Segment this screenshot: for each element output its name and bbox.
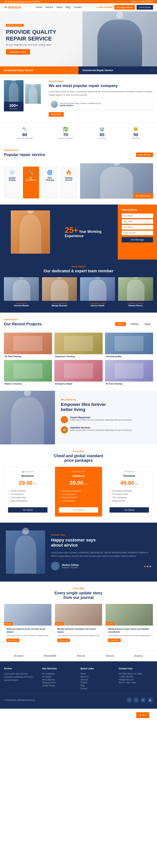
footer-link-services[interactable]: Services: [81, 678, 115, 681]
testimonial-author-role: Regular Customer: [62, 566, 79, 568]
footer-link-heating[interactable]: Heating Service: [42, 681, 76, 684]
experience-years: 25+: [65, 226, 78, 235]
team-name-4: Davion Pierce: [118, 304, 153, 307]
popular-services-content: ❄️ Quality Testing 🔧 AC Installation 🌀 D…: [4, 163, 153, 198]
footer-link-about[interactable]: About Us: [81, 675, 115, 678]
pricing-tag: Pricing Plan: [4, 450, 153, 453]
form-name-input[interactable]: [122, 214, 153, 218]
nav-blog[interactable]: Blog: [66, 6, 70, 9]
testimonial-author-info: Marken Gillhpe Regular Customer: [62, 564, 79, 568]
service-card-duct[interactable]: 🌀 Duct Cleaning: [41, 166, 58, 198]
feature-p3: 24/7 emergency: [109, 496, 149, 499]
tab-commercial[interactable]: Commercial Repair Service →: [78, 66, 157, 74]
nav-home[interactable]: Home: [36, 6, 42, 9]
logo: ✦ Airvice: [4, 5, 21, 10]
plan-btn-business[interactable]: Get Started: [8, 507, 48, 513]
more-services-button[interactable]: More Service: [136, 152, 153, 157]
tab-residential[interactable]: Residential Repair Service →: [0, 66, 78, 74]
plan-amount-premium: 49.00: [120, 480, 134, 486]
filter-repair[interactable]: Repair: [142, 322, 153, 326]
review-box: Don't feel hot when there is best air co…: [49, 99, 153, 110]
social-twitter[interactable]: t: [133, 697, 139, 703]
quality-label: Quality Testing: [6, 177, 18, 181]
plan-price-premium: 49.00 /mo: [109, 480, 149, 486]
test-dot-3[interactable]: [150, 566, 151, 567]
footer-link-home[interactable]: Home: [81, 672, 115, 675]
hero-title: PROVIDE QUALITY REPAIR SERVICE: [6, 29, 151, 42]
form-service-input[interactable]: [122, 231, 153, 235]
blog-title-1: Rhoncus ultrices arcue set duis arcue al…: [6, 627, 49, 633]
stats-text: Lorem ipsum dolor sit amet, consectetur …: [49, 90, 153, 96]
partner-teksid2: Teksid: [105, 654, 114, 657]
footer-link-ac-repair[interactable]: AC Repair: [42, 675, 76, 678]
number-label-professionals: Service Professional: [17, 137, 33, 139]
stats-badge-number: 200+: [6, 103, 21, 108]
social-youtube[interactable]: ▶: [148, 697, 153, 703]
footer-email[interactable]: info@airvice.com: [119, 678, 153, 681]
project-img-2: [54, 333, 102, 354]
project-6: AC Duct Cleaning: [105, 360, 153, 385]
service-card-quality[interactable]: ❄️ Quality Testing: [4, 166, 21, 198]
services-grid: ❄️ Quality Testing 🔧 AC Installation 🌀 D…: [4, 166, 77, 198]
social-facebook[interactable]: f: [126, 697, 132, 703]
stats-tag: About Company: [49, 80, 153, 82]
social-linkedin[interactable]: in: [140, 697, 146, 703]
plan-btn-premium[interactable]: Get Started: [109, 507, 149, 513]
team-title: Our dedicated & expert team member: [4, 269, 153, 273]
footer-quick-links: Home About Us Services Projects Blog Con…: [81, 672, 115, 690]
experience-text: 25+ Year Working Experience: [61, 205, 118, 259]
plan-btn-standard[interactable]: Get Started: [59, 507, 98, 513]
installation-icon: 🔧: [25, 170, 37, 175]
filter-cleaning[interactable]: Cleaning: [128, 322, 140, 326]
test-dot-2[interactable]: [147, 566, 148, 567]
footer-address: 123 Main Street, NY 10001: [119, 672, 153, 675]
blog-img-3: 22 Jan: [105, 604, 153, 625]
living-item-desc-2: Lorem ipsum dolor sit amet consectetur a…: [70, 429, 132, 431]
form-email-input[interactable]: [122, 219, 153, 224]
footer-grid: Airvice Lorem ipsum dolor sit amet conse…: [4, 667, 153, 690]
footer-link-blog[interactable]: Blog: [81, 684, 115, 687]
footer-link-quality[interactable]: Quality Testing: [42, 684, 76, 687]
stats-title: We are most popular repair company: [49, 84, 153, 88]
footer-link-projects[interactable]: Projects: [81, 681, 115, 684]
quote-button[interactable]: Get A Quote: [136, 5, 153, 10]
partners-section: Boston RENOWN Teksid Teksid deploy: [0, 650, 157, 661]
footer-col-links: Quick Links Home About Us Services Proje…: [81, 667, 115, 690]
footer-link-duct[interactable]: Duct Cleaning: [42, 678, 76, 681]
navbar: ✦ Airvice Home Service About Blog Contac…: [0, 3, 157, 11]
footer-link-contact[interactable]: Contact: [81, 687, 115, 690]
blog-read-btn-1[interactable]: Read More: [6, 639, 19, 642]
form-phone-input[interactable]: [122, 225, 153, 229]
blog-read-btn-2[interactable]: Read More: [57, 639, 70, 642]
living-icon-1: 🔧: [61, 416, 68, 423]
blog-post-1: 20 Jan Rhoncus ultrices arcue set duis a…: [4, 604, 52, 644]
form-send-button[interactable]: Send Message: [122, 237, 153, 243]
project-img-6: [105, 360, 153, 381]
nav-service[interactable]: Service: [45, 6, 53, 9]
nav-contact[interactable]: Contact: [73, 6, 82, 9]
test-dot-1[interactable]: [144, 566, 146, 567]
hero-content: Repair Service PROVIDE QUALITY REPAIR SE…: [0, 15, 157, 62]
appointment-button[interactable]: Get Appointment: [114, 5, 135, 10]
hero-cta-button[interactable]: Appointment Now: [6, 49, 30, 55]
testimonial-nav: [144, 566, 151, 567]
footer-link-ac-install[interactable]: AC Installation: [42, 672, 76, 675]
blog-title-2: Moribo dictumst membans tels morbi arqui…: [57, 627, 100, 633]
footer-copyright: © 2024 Airvice. All Rights Reserved.: [4, 699, 35, 701]
number-icon-professionals: 🔧: [17, 127, 33, 131]
plan-period-standard: /mo: [84, 483, 88, 485]
tab-residential-label: Residential Repair Service: [4, 69, 34, 72]
filter-gallery[interactable]: Gallery: [115, 322, 126, 326]
scroll-top-button[interactable]: ▲ Top: [136, 712, 149, 718]
navbar-phone: +1 800 123 4567: [96, 6, 113, 8]
stats-read-more-button[interactable]: Read More: [49, 112, 64, 117]
service-card-heating[interactable]: 🔥 Heating Service: [60, 166, 77, 198]
footer-phone[interactable]: +1 800 123 4567: [119, 675, 153, 678]
project-img-5: [54, 360, 102, 381]
blog-read-btn-3[interactable]: Read More: [108, 639, 121, 642]
footer-links-title: Quick Links: [81, 667, 115, 670]
service-card-installation[interactable]: 🔧 AC Installation: [23, 166, 39, 198]
tab-arrow-icon: →: [72, 69, 74, 72]
nav-about[interactable]: About: [56, 6, 62, 9]
living-item-text-2: Satisfied Services Lorem ipsum dolor sit…: [70, 426, 132, 431]
